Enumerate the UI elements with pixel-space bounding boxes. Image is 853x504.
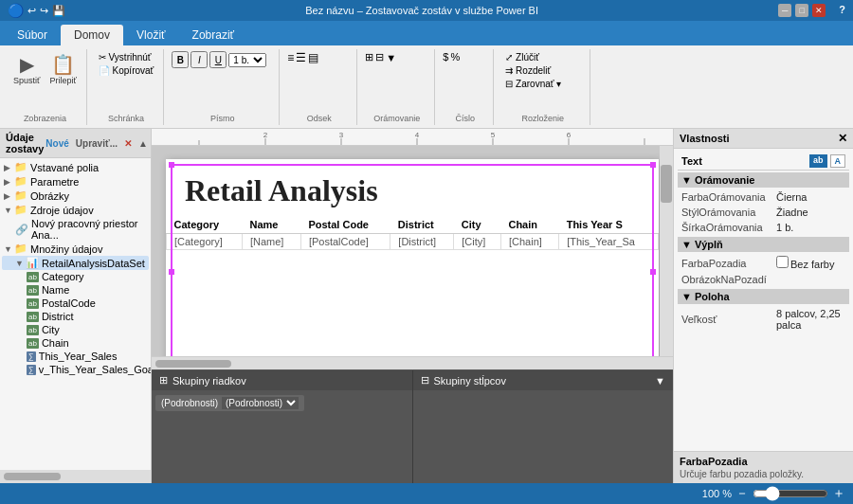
tab-domov[interactable]: Domov bbox=[61, 25, 123, 45]
canvas-scroll[interactable]: Retail Analysis Category Name Postal Cod… bbox=[152, 146, 673, 356]
tab-subor[interactable]: Súbor bbox=[4, 25, 61, 45]
underline-btn[interactable]: U bbox=[209, 51, 227, 68]
bez-farby-checkbox[interactable] bbox=[776, 256, 789, 268]
rozdelit-btn[interactable]: ⇉ Rozdeliť bbox=[501, 64, 565, 77]
col-header-district[interactable]: District bbox=[390, 216, 454, 234]
cell-chain: [Chain] bbox=[500, 234, 558, 250]
col-header-chain[interactable]: Chain bbox=[500, 216, 558, 234]
minimize-btn[interactable]: ─ bbox=[778, 4, 791, 17]
tree-novy-pracovny[interactable]: 🔗 Nový pracovný priestor Ana... bbox=[2, 217, 149, 242]
poloha-section[interactable]: ▼ Poloha bbox=[678, 289, 849, 304]
text-tool-a[interactable]: A bbox=[830, 154, 846, 168]
edit-btn[interactable]: Upraviť... bbox=[74, 137, 119, 150]
ribbon-group-rozlozenie: ⤢ Zlúčiť ⇉ Rozdeliť ⊟ Zarovnať ▾ Rozlože… bbox=[496, 49, 590, 125]
tree-field-chain[interactable]: ab Chain bbox=[2, 336, 149, 350]
border-color-btn[interactable]: ▼ bbox=[386, 52, 396, 63]
tree-parametre[interactable]: ▶ 📁 Parametre bbox=[2, 174, 149, 189]
delete-btn[interactable]: ✕ bbox=[122, 137, 134, 150]
tree-field-category[interactable]: ab Category bbox=[2, 270, 149, 283]
col-header-thisyears[interactable]: This Year S bbox=[559, 216, 659, 234]
tree-retail-dataset[interactable]: ▼ 📊 RetailAnalysisDataSet bbox=[2, 256, 149, 270]
save-quick-btn[interactable]: 💾 bbox=[52, 5, 65, 17]
run-button[interactable]: ▶ Spustiť bbox=[9, 51, 44, 87]
report-canvas[interactable]: Retail Analysis Category Name Postal Cod… bbox=[152, 146, 673, 356]
bold-btn[interactable]: B bbox=[172, 51, 189, 68]
copy-btn[interactable]: 📄 Kopírovať bbox=[95, 64, 158, 77]
font-size-select[interactable]: 1 b. 8 10 12 bbox=[228, 53, 266, 67]
prop-farbapozadia: FarbaPozadia Bez farby bbox=[678, 254, 849, 272]
percent-btn[interactable]: % bbox=[450, 51, 460, 63]
data-table: Category Name Postal Code District City … bbox=[166, 216, 659, 250]
vypln-section[interactable]: ▼ Výplň bbox=[678, 237, 849, 252]
tree-zdroje[interactable]: ▼ 📁 Zdroje údajov bbox=[2, 203, 149, 217]
zlucit-btn[interactable]: ⤢ Zlúčiť bbox=[501, 51, 565, 63]
maximize-btn[interactable]: □ bbox=[795, 4, 808, 17]
align-right-btn[interactable]: ▤ bbox=[308, 51, 318, 64]
status-bar: 100 % － ＋ bbox=[0, 483, 853, 504]
tree-field-district[interactable]: ab District bbox=[2, 310, 149, 323]
zarovnat-btn[interactable]: ⊟ Zarovnať ▾ bbox=[501, 78, 565, 90]
tree-field-postalcode[interactable]: ab PostalCode bbox=[2, 297, 149, 310]
zoom-slider[interactable] bbox=[753, 486, 828, 501]
canvas-hscroll[interactable] bbox=[152, 356, 673, 369]
right-panel-close-btn[interactable]: ✕ bbox=[838, 132, 847, 145]
vscrollbar[interactable] bbox=[660, 146, 673, 356]
title-bar: 🔵 ↩ ↪ 💾 Bez názvu – Zostavovač zostáv v … bbox=[0, 0, 853, 21]
handle-tr[interactable] bbox=[650, 162, 656, 168]
row-groups-content: (Podrobnosti) (Podrobnosti) bbox=[152, 391, 412, 483]
report-page[interactable]: Retail Analysis Category Name Postal Cod… bbox=[166, 159, 659, 356]
paste-button[interactable]: 📋 Prilepiť bbox=[45, 51, 80, 87]
svg-rect-0 bbox=[152, 129, 673, 146]
svg-text:4: 4 bbox=[415, 131, 420, 139]
col-header-name[interactable]: Name bbox=[242, 216, 300, 234]
tab-zobrazit[interactable]: Zobraziť bbox=[179, 25, 248, 45]
oramovanie-section[interactable]: ▼ Orámovanie bbox=[678, 172, 849, 188]
align-center-btn[interactable]: ☰ bbox=[296, 51, 306, 64]
tree-field-thisyearsales[interactable]: ∑ This_Year_Sales bbox=[2, 350, 149, 363]
help-btn[interactable]: ? bbox=[839, 4, 845, 17]
currency-btn[interactable]: $ bbox=[443, 51, 448, 63]
col-header-category[interactable]: Category bbox=[167, 216, 243, 234]
cell-name: [Name] bbox=[242, 234, 300, 250]
col-header-postalcode[interactable]: Postal Code bbox=[300, 216, 390, 234]
podrobnosti-select[interactable]: (Podrobnosti) bbox=[222, 397, 299, 409]
tree-field-city[interactable]: ab City bbox=[2, 323, 149, 336]
redo-btn[interactable]: ↪ bbox=[40, 5, 48, 17]
handle-ml[interactable] bbox=[169, 269, 174, 275]
text-tool-ab[interactable]: ab bbox=[809, 154, 827, 168]
align-left-btn[interactable]: ≡ bbox=[287, 51, 294, 64]
handle-tl[interactable] bbox=[169, 162, 174, 168]
collapse-btn[interactable]: ▲ bbox=[136, 137, 150, 150]
cut-btn[interactable]: ✂ Vystrihnúť bbox=[95, 51, 158, 63]
left-panel-hscroll[interactable] bbox=[0, 470, 151, 483]
podrobnosti-chip[interactable]: (Podrobnosti) (Podrobnosti) bbox=[155, 395, 304, 411]
table-row: [Category] [Name] [PostalCode] [District… bbox=[167, 234, 659, 250]
col-groups-expand-btn[interactable]: ▼ bbox=[655, 375, 665, 387]
col-groups-content bbox=[413, 391, 674, 483]
report-title[interactable]: Retail Analysis bbox=[166, 159, 659, 216]
undo-btn[interactable]: ↩ bbox=[27, 5, 36, 17]
ribbon-group-cislo: $ % Číslo bbox=[437, 49, 494, 125]
new-item-btn[interactable]: Nové bbox=[44, 137, 70, 150]
tree-vstavanje-polia[interactable]: ▶ 📁 Vstavané polia bbox=[2, 160, 149, 174]
tab-vlozit[interactable]: Vložiť bbox=[123, 25, 179, 45]
cell-category: [Category] bbox=[167, 234, 243, 250]
tree-mnoziny[interactable]: ▼ 📁 Množiny údajov bbox=[2, 242, 149, 256]
row-groups-label: Skupiny riadkov bbox=[172, 375, 246, 387]
col-header-city[interactable]: City bbox=[454, 216, 501, 234]
zoom-in-btn[interactable]: ＋ bbox=[832, 485, 845, 502]
zoom-out-btn[interactable]: － bbox=[735, 485, 749, 502]
ribbon-group-pismo: B I U 1 b. 8 10 12 Písmo bbox=[166, 49, 280, 125]
ruler: 2 3 4 5 6 bbox=[152, 129, 673, 146]
svg-text:3: 3 bbox=[339, 131, 344, 139]
left-hscroll-thumb bbox=[4, 473, 61, 480]
svg-text:5: 5 bbox=[491, 131, 496, 139]
tree-obrazky[interactable]: ▶ 📁 Obrázky bbox=[2, 189, 149, 203]
prop-sirkaoramovania: ŠírkaOrámovania 1 b. bbox=[678, 220, 849, 235]
handle-mr[interactable] bbox=[650, 269, 656, 275]
italic-btn[interactable]: I bbox=[191, 51, 208, 68]
left-panel: Údaje zostavy Nové Upraviť... ✕ ▲ ▶ 📁 Vs… bbox=[0, 129, 152, 483]
close-btn[interactable]: ✕ bbox=[812, 4, 826, 17]
tree-field-name[interactable]: ab Name bbox=[2, 283, 149, 297]
tree-field-vthisyeargoal[interactable]: ∑ v_This_Year_Sales_Goal bbox=[2, 363, 149, 376]
